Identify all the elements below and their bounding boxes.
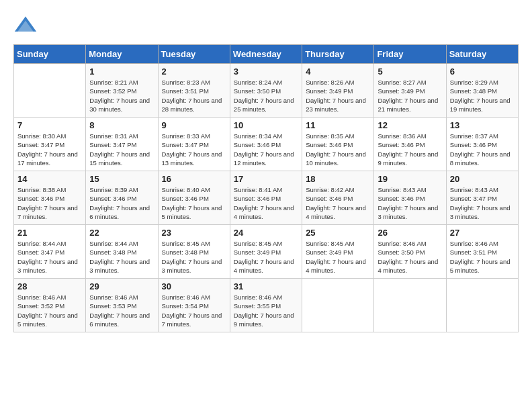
- calendar-cell: 15Sunrise: 8:39 AM Sunset: 3:46 PM Dayli…: [86, 171, 158, 225]
- day-info: Sunrise: 8:44 AM Sunset: 3:48 PM Dayligh…: [89, 239, 154, 275]
- day-number: 21: [17, 228, 82, 238]
- day-number: 20: [450, 174, 515, 184]
- day-info: Sunrise: 8:26 AM Sunset: 3:49 PM Dayligh…: [306, 78, 370, 113]
- day-info: Sunrise: 8:46 AM Sunset: 3:54 PM Dayligh…: [162, 293, 226, 328]
- calendar-cell: 28Sunrise: 8:46 AM Sunset: 3:52 PM Dayli…: [14, 279, 86, 332]
- weekday-header-sunday: Sunday: [14, 45, 86, 64]
- day-info: Sunrise: 8:41 AM Sunset: 3:46 PM Dayligh…: [234, 185, 298, 221]
- calendar-week-row: 1Sunrise: 8:21 AM Sunset: 3:52 PM Daylig…: [14, 64, 519, 118]
- day-number: 29: [89, 281, 154, 291]
- day-info: Sunrise: 8:31 AM Sunset: 3:47 PM Dayligh…: [89, 132, 154, 167]
- day-info: Sunrise: 8:30 AM Sunset: 3:47 PM Dayligh…: [17, 132, 82, 167]
- day-info: Sunrise: 8:27 AM Sunset: 3:49 PM Dayligh…: [378, 78, 442, 113]
- day-number: 30: [162, 281, 226, 291]
- day-number: 7: [17, 120, 82, 130]
- calendar-cell: 26Sunrise: 8:46 AM Sunset: 3:50 PM Dayli…: [374, 225, 446, 279]
- day-info: Sunrise: 8:45 AM Sunset: 3:49 PM Dayligh…: [306, 239, 370, 275]
- day-number: 31: [234, 281, 298, 291]
- logo-icon: [13, 13, 38, 38]
- day-info: Sunrise: 8:29 AM Sunset: 3:48 PM Dayligh…: [450, 78, 515, 113]
- day-number: 23: [162, 228, 226, 238]
- weekday-header-friday: Friday: [374, 45, 446, 64]
- day-info: Sunrise: 8:39 AM Sunset: 3:46 PM Dayligh…: [89, 185, 154, 221]
- day-info: Sunrise: 8:37 AM Sunset: 3:46 PM Dayligh…: [450, 132, 515, 167]
- calendar-week-row: 28Sunrise: 8:46 AM Sunset: 3:52 PM Dayli…: [14, 279, 519, 332]
- day-number: 28: [17, 281, 82, 291]
- calendar-cell: 23Sunrise: 8:45 AM Sunset: 3:48 PM Dayli…: [158, 225, 230, 279]
- day-number: 8: [89, 120, 154, 130]
- calendar-cell: 31Sunrise: 8:46 AM Sunset: 3:55 PM Dayli…: [230, 279, 302, 332]
- page-header: [13, 13, 519, 38]
- calendar-cell: [446, 279, 518, 332]
- calendar-cell: 3Sunrise: 8:24 AM Sunset: 3:50 PM Daylig…: [230, 64, 302, 118]
- day-number: 25: [306, 228, 370, 238]
- calendar-cell: 14Sunrise: 8:38 AM Sunset: 3:46 PM Dayli…: [14, 171, 86, 225]
- calendar-cell: 9Sunrise: 8:33 AM Sunset: 3:47 PM Daylig…: [158, 118, 230, 171]
- day-info: Sunrise: 8:46 AM Sunset: 3:51 PM Dayligh…: [450, 239, 515, 275]
- calendar-cell: [14, 64, 86, 118]
- calendar-cell: 24Sunrise: 8:45 AM Sunset: 3:49 PM Dayli…: [230, 225, 302, 279]
- logo: [13, 13, 40, 38]
- day-number: 24: [234, 228, 298, 238]
- calendar-cell: 7Sunrise: 8:30 AM Sunset: 3:47 PM Daylig…: [14, 118, 86, 171]
- calendar-week-row: 14Sunrise: 8:38 AM Sunset: 3:46 PM Dayli…: [14, 171, 519, 225]
- day-number: 15: [89, 174, 154, 184]
- weekday-header-wednesday: Wednesday: [230, 45, 302, 64]
- day-number: 2: [162, 66, 226, 77]
- calendar-cell: 18Sunrise: 8:42 AM Sunset: 3:46 PM Dayli…: [302, 171, 374, 225]
- day-number: 5: [378, 66, 442, 77]
- calendar-table: SundayMondayTuesdayWednesdayThursdayFrid…: [13, 44, 519, 332]
- calendar-header-row: SundayMondayTuesdayWednesdayThursdayFrid…: [14, 45, 519, 64]
- calendar-cell: 1Sunrise: 8:21 AM Sunset: 3:52 PM Daylig…: [86, 64, 158, 118]
- weekday-header-tuesday: Tuesday: [158, 45, 230, 64]
- calendar-cell: 22Sunrise: 8:44 AM Sunset: 3:48 PM Dayli…: [86, 225, 158, 279]
- calendar-cell: [374, 279, 446, 332]
- day-info: Sunrise: 8:46 AM Sunset: 3:55 PM Dayligh…: [234, 293, 298, 328]
- day-number: 13: [450, 120, 515, 130]
- calendar-week-row: 21Sunrise: 8:44 AM Sunset: 3:47 PM Dayli…: [14, 225, 519, 279]
- day-info: Sunrise: 8:33 AM Sunset: 3:47 PM Dayligh…: [162, 132, 226, 167]
- calendar-cell: 16Sunrise: 8:40 AM Sunset: 3:46 PM Dayli…: [158, 171, 230, 225]
- day-info: Sunrise: 8:46 AM Sunset: 3:52 PM Dayligh…: [17, 293, 82, 328]
- day-info: Sunrise: 8:44 AM Sunset: 3:47 PM Dayligh…: [17, 239, 82, 275]
- day-info: Sunrise: 8:21 AM Sunset: 3:52 PM Dayligh…: [89, 78, 154, 113]
- day-info: Sunrise: 8:35 AM Sunset: 3:46 PM Dayligh…: [306, 132, 370, 167]
- calendar-cell: 11Sunrise: 8:35 AM Sunset: 3:46 PM Dayli…: [302, 118, 374, 171]
- calendar-cell: 6Sunrise: 8:29 AM Sunset: 3:48 PM Daylig…: [446, 64, 518, 118]
- calendar-cell: 25Sunrise: 8:45 AM Sunset: 3:49 PM Dayli…: [302, 225, 374, 279]
- day-number: 18: [306, 174, 370, 184]
- calendar-cell: 2Sunrise: 8:23 AM Sunset: 3:51 PM Daylig…: [158, 64, 230, 118]
- day-info: Sunrise: 8:46 AM Sunset: 3:53 PM Dayligh…: [89, 293, 154, 328]
- day-info: Sunrise: 8:45 AM Sunset: 3:49 PM Dayligh…: [234, 239, 298, 275]
- calendar-cell: 21Sunrise: 8:44 AM Sunset: 3:47 PM Dayli…: [14, 225, 86, 279]
- calendar-cell: [302, 279, 374, 332]
- day-number: 3: [234, 66, 298, 77]
- day-info: Sunrise: 8:42 AM Sunset: 3:46 PM Dayligh…: [306, 185, 370, 221]
- calendar-cell: 27Sunrise: 8:46 AM Sunset: 3:51 PM Dayli…: [446, 225, 518, 279]
- calendar-cell: 8Sunrise: 8:31 AM Sunset: 3:47 PM Daylig…: [86, 118, 158, 171]
- day-number: 17: [234, 174, 298, 184]
- weekday-header-saturday: Saturday: [446, 45, 518, 64]
- day-info: Sunrise: 8:43 AM Sunset: 3:46 PM Dayligh…: [378, 185, 442, 221]
- day-info: Sunrise: 8:45 AM Sunset: 3:48 PM Dayligh…: [162, 239, 226, 275]
- calendar-cell: 13Sunrise: 8:37 AM Sunset: 3:46 PM Dayli…: [446, 118, 518, 171]
- calendar-cell: 29Sunrise: 8:46 AM Sunset: 3:53 PM Dayli…: [86, 279, 158, 332]
- calendar-cell: 12Sunrise: 8:36 AM Sunset: 3:46 PM Dayli…: [374, 118, 446, 171]
- day-number: 4: [306, 66, 370, 77]
- day-info: Sunrise: 8:38 AM Sunset: 3:46 PM Dayligh…: [17, 185, 82, 221]
- day-number: 27: [450, 228, 515, 238]
- calendar-cell: 10Sunrise: 8:34 AM Sunset: 3:46 PM Dayli…: [230, 118, 302, 171]
- day-number: 1: [89, 66, 154, 77]
- day-number: 19: [378, 174, 442, 184]
- weekday-header-monday: Monday: [86, 45, 158, 64]
- day-number: 22: [89, 228, 154, 238]
- calendar-cell: 19Sunrise: 8:43 AM Sunset: 3:46 PM Dayli…: [374, 171, 446, 225]
- day-info: Sunrise: 8:43 AM Sunset: 3:47 PM Dayligh…: [450, 185, 515, 221]
- day-info: Sunrise: 8:36 AM Sunset: 3:46 PM Dayligh…: [378, 132, 442, 167]
- day-number: 14: [17, 174, 82, 184]
- calendar-cell: 17Sunrise: 8:41 AM Sunset: 3:46 PM Dayli…: [230, 171, 302, 225]
- day-number: 11: [306, 120, 370, 130]
- day-number: 10: [234, 120, 298, 130]
- day-number: 26: [378, 228, 442, 238]
- weekday-header-thursday: Thursday: [302, 45, 374, 64]
